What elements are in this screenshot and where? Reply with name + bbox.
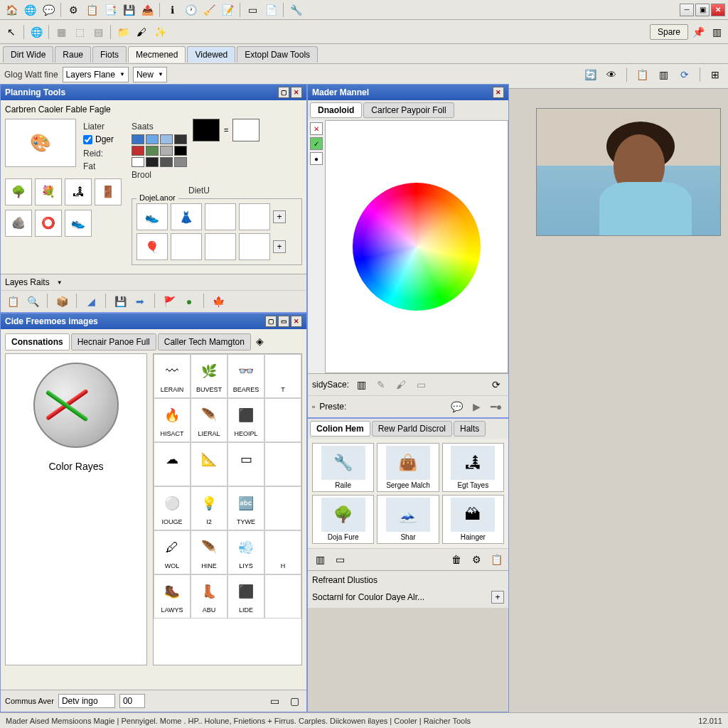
new-combo[interactable]: New▼ xyxy=(133,67,167,82)
color-swatch[interactable] xyxy=(160,134,173,144)
net-icon[interactable]: 🌐 xyxy=(28,23,45,41)
panel-close-icon[interactable]: ✕ xyxy=(291,87,302,98)
tab-dnaoloid[interactable]: Dnaoloid xyxy=(310,102,362,118)
asset-cell[interactable]: 🪶HINE xyxy=(191,530,228,574)
sidy-icon-4[interactable]: ▭ xyxy=(413,377,429,392)
mini-thumb-2[interactable]: 👗 xyxy=(171,203,202,230)
thumb-flower[interactable]: 💐 xyxy=(35,178,62,205)
clock-icon[interactable]: 🕐 xyxy=(182,1,199,18)
asset-cell[interactable]: ☁ xyxy=(154,442,191,486)
asset-cell[interactable] xyxy=(264,398,301,442)
mini-thumb-7[interactable] xyxy=(205,233,236,260)
pic-2[interactable]: ▭ xyxy=(332,552,348,567)
cursor-icon[interactable]: ↖ xyxy=(3,23,20,41)
save-icon[interactable]: 💾 xyxy=(120,1,137,18)
preset-card[interactable]: 🔧Raile xyxy=(312,443,374,492)
magnify-icon[interactable]: 🔍 xyxy=(25,294,41,309)
maximize-button[interactable]: ▣ xyxy=(695,4,710,16)
asset-cell[interactable]: 👢ABU xyxy=(191,574,228,619)
tab-mecmened[interactable]: Mecmened xyxy=(128,46,186,63)
view-icon[interactable]: 👁 xyxy=(603,66,620,83)
mini-thumb-5[interactable]: 🎈 xyxy=(136,233,168,260)
tab-carlcer[interactable]: Carlcer Paypoir Foll xyxy=(363,102,454,118)
asset-cell[interactable]: 🥾LAWYS xyxy=(154,574,191,619)
layers-combo[interactable]: Layers Flane▼ xyxy=(63,67,129,82)
preset-card[interactable]: 🗻Shar xyxy=(377,495,439,544)
mini-thumb-4[interactable] xyxy=(239,203,270,230)
dger-checkbox[interactable]: Dger xyxy=(83,134,114,144)
tab-hecnair[interactable]: Hecnair Panoe Full xyxy=(71,333,156,350)
list-icon[interactable]: 📋 xyxy=(5,294,21,309)
layer-icon[interactable]: ▥ xyxy=(655,66,672,83)
erase-icon[interactable]: 🧹 xyxy=(200,1,218,18)
tab-caller[interactable]: Caller Tech Mamgton xyxy=(158,333,251,350)
thumb-shoe[interactable]: 👟 xyxy=(65,210,92,237)
footer-icon-1[interactable]: ▭ xyxy=(267,693,282,709)
asset-cell[interactable]: H xyxy=(264,530,301,574)
sidy-icon-3[interactable]: 🖌 xyxy=(393,377,409,392)
tab-videwed[interactable]: Videwed xyxy=(187,46,235,63)
info-icon[interactable]: ℹ xyxy=(164,1,181,18)
sidy-icon-2[interactable]: ✎ xyxy=(373,377,389,392)
asset-cell[interactable] xyxy=(264,574,301,619)
sync-icon[interactable]: ⟳ xyxy=(676,66,693,83)
asset-cell[interactable]: 👓BEARES xyxy=(228,354,264,398)
color-wheel[interactable] xyxy=(353,183,481,311)
tab-dirt-wide[interactable]: Dirt Wide xyxy=(3,46,53,63)
align-icon[interactable]: ⬚ xyxy=(71,23,88,41)
mini-thumb-8[interactable] xyxy=(239,233,270,260)
sidy-refresh-icon[interactable]: ⟳ xyxy=(488,377,504,392)
cancel-icon[interactable]: ✕ xyxy=(310,122,323,135)
tab-colion[interactable]: Colion Hem xyxy=(310,421,370,437)
box-icon[interactable]: 📦 xyxy=(54,294,70,309)
flag-icon[interactable]: 🚩 xyxy=(161,294,177,309)
tab-consnations[interactable]: Consnations xyxy=(5,333,70,350)
forward-icon[interactable]: ➡ xyxy=(132,294,148,309)
export-icon[interactable]: 📤 xyxy=(139,1,156,18)
spare-button[interactable]: Spare xyxy=(650,24,688,40)
preste-slider[interactable]: ━● xyxy=(488,399,504,414)
num-input[interactable] xyxy=(119,694,145,708)
tab-fiots[interactable]: Fiots xyxy=(92,46,127,63)
asset-cell[interactable]: 🔥HISACT xyxy=(154,398,191,442)
diamond-icon[interactable]: ◈ xyxy=(252,333,268,349)
disk-icon[interactable]: 💾 xyxy=(112,294,128,309)
close-button[interactable]: ✕ xyxy=(711,4,725,16)
refresh-icon[interactable]: 🔄 xyxy=(582,66,599,83)
asset-cell[interactable]: 💨LIYS xyxy=(228,530,264,574)
asset-cell[interactable]: T xyxy=(264,354,301,398)
layers-icon[interactable]: 📑 xyxy=(102,1,119,18)
grid-icon[interactable]: ▦ xyxy=(53,23,70,41)
images-close-icon[interactable]: ✕ xyxy=(291,316,302,327)
background-swatch[interactable] xyxy=(232,119,259,141)
preset-card[interactable]: 🏞Egt Tayes xyxy=(442,443,504,492)
brush-icon[interactable]: 🖌 xyxy=(133,23,150,41)
gear-icon[interactable]: ⚙ xyxy=(65,1,82,18)
color-canvas[interactable] xyxy=(325,120,508,373)
color-swatch[interactable] xyxy=(132,134,144,144)
footer-icon-2[interactable]: ▢ xyxy=(287,693,302,709)
preste-play-icon[interactable]: 💬 xyxy=(449,399,464,414)
paste-icon[interactable]: 📋 xyxy=(633,66,651,83)
home-icon[interactable]: 🏠 xyxy=(3,1,20,18)
preste-fwd-icon[interactable]: ▶ xyxy=(469,399,484,414)
color-swatch[interactable] xyxy=(132,157,144,167)
color-swatch[interactable] xyxy=(132,146,144,156)
asset-cell[interactable]: 💡I2 xyxy=(191,486,228,530)
pic-5[interactable]: 📋 xyxy=(488,552,504,567)
pic-3[interactable]: 🗑 xyxy=(449,552,464,567)
sidy-icon-1[interactable]: ▥ xyxy=(353,377,369,392)
pic-4[interactable]: ⚙ xyxy=(469,552,484,567)
preset-card[interactable]: 👜Sergee Malch xyxy=(377,443,439,492)
note-icon[interactable]: 📝 xyxy=(219,1,236,18)
mini-thumb-1[interactable]: 👟 xyxy=(136,203,168,230)
color-swatch[interactable] xyxy=(174,134,187,144)
preset-card[interactable]: 🌳Doja Fure xyxy=(312,495,374,544)
tab-raue[interactable]: Raue xyxy=(55,46,91,63)
wrench-icon[interactable]: 🔧 xyxy=(287,1,304,18)
color-swatch[interactable] xyxy=(174,146,187,156)
thumb-rock[interactable]: 🪨 xyxy=(5,210,32,237)
preset-card[interactable]: 🏔Hainger xyxy=(442,495,504,544)
panel2-icon[interactable]: ⊞ xyxy=(707,66,724,83)
preview-thumbnail[interactable]: 🎨 xyxy=(5,119,76,167)
